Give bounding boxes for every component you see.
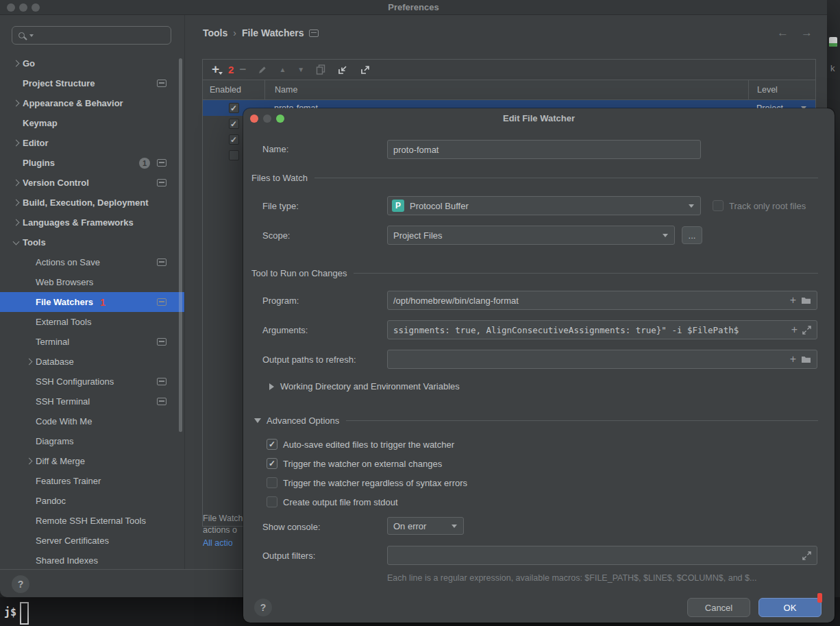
breadcrumb-tools[interactable]: Tools	[203, 27, 227, 38]
move-down-button[interactable]: ▼	[297, 67, 304, 73]
sidebar-item-code-with-me[interactable]: Code With Me	[0, 411, 184, 431]
program-field[interactable]	[388, 296, 790, 306]
chevron-right-icon[interactable]	[26, 458, 33, 465]
track-root-option[interactable]: Track only root files	[713, 200, 835, 211]
sidebar-item-diff-merge[interactable]: Diff & Merge	[0, 451, 184, 471]
search-box[interactable]	[12, 26, 171, 45]
column-header-enabled[interactable]: Enabled	[203, 85, 264, 95]
folder-icon[interactable]	[801, 296, 811, 304]
forward-button[interactable]: →	[801, 26, 813, 40]
option-checkbox[interactable]: ✓	[267, 458, 277, 469]
show-console-select[interactable]: On error	[387, 517, 464, 535]
sidebar-item-remote-ssh-external-tools[interactable]: Remote SSH External Tools	[0, 511, 184, 531]
sidebar-item-project-structure[interactable]: Project Structure	[0, 73, 184, 93]
ok-button[interactable]: OK	[758, 598, 822, 617]
search-options-caret-icon[interactable]	[29, 34, 34, 37]
option-label: Create output file from stdout	[283, 497, 398, 507]
duplicate-button[interactable]	[316, 64, 325, 75]
enabled-checkbox[interactable]: ✓	[229, 103, 239, 113]
column-header-level[interactable]: Level	[748, 80, 815, 99]
remove-button[interactable]: −	[239, 64, 246, 75]
sidebar-item-label: Editor	[23, 138, 49, 148]
insert-macro-icon[interactable]: +	[790, 295, 796, 306]
option-checkbox[interactable]	[267, 477, 277, 488]
search-input[interactable]	[36, 30, 171, 40]
sidebar-item-pandoc[interactable]: Pandoc	[0, 491, 184, 511]
output-filters-field[interactable]	[388, 551, 802, 561]
scope-label: Scope:	[262, 230, 290, 241]
triangle-down-icon	[254, 418, 261, 423]
sidebar-item-build-execution-deployment[interactable]: Build, Execution, Deployment	[0, 193, 184, 213]
cancel-button[interactable]: Cancel	[687, 598, 750, 617]
sidebar-item-file-watchers[interactable]: File Watchers1	[0, 292, 184, 312]
arguments-field[interactable]	[388, 325, 791, 335]
option-row[interactable]: ✓ Auto-save edited files to trigger the …	[267, 435, 835, 454]
folder-icon[interactable]	[801, 355, 811, 363]
sidebar-item-appearance-behavior[interactable]: Appearance & Behavior	[0, 93, 184, 113]
scope-browse-button[interactable]: ...	[682, 226, 702, 244]
section-label: Tool to Run on Changes	[251, 268, 347, 278]
edit-button[interactable]	[258, 65, 267, 75]
sidebar-item-diagrams[interactable]: Diagrams	[0, 431, 184, 451]
option-checkbox[interactable]: ✓	[267, 439, 277, 450]
chevron-down-icon[interactable]	[13, 238, 20, 245]
option-row[interactable]: Create output file from stdout	[267, 492, 835, 511]
chevron-right-icon[interactable]	[13, 60, 20, 67]
move-up-button[interactable]: ▲	[279, 67, 286, 73]
scope-select[interactable]: Project Files	[387, 226, 675, 245]
sidebar-item-external-tools[interactable]: External Tools	[0, 312, 184, 332]
sidebar-item-version-control[interactable]: Version Control	[0, 173, 184, 193]
chevron-right-icon[interactable]	[13, 200, 20, 206]
sidebar-item-database[interactable]: Database	[0, 352, 184, 372]
chevron-right-icon[interactable]	[13, 219, 20, 226]
dialog-help-button[interactable]: ?	[254, 599, 272, 616]
sidebar-item-label: Plugins	[23, 158, 55, 168]
enabled-checkbox[interactable]: ✓	[229, 119, 239, 129]
add-button[interactable]: +	[212, 62, 219, 75]
enabled-checkbox[interactable]	[229, 150, 239, 160]
export-watchers-button[interactable]	[360, 64, 371, 75]
sidebar-item-tools[interactable]: Tools	[0, 232, 184, 252]
enabled-checkbox[interactable]: ✓	[229, 134, 239, 145]
sidebar-item-go[interactable]: Go	[0, 53, 184, 73]
sidebar-item-ssh-terminal[interactable]: SSH Terminal	[0, 392, 184, 411]
import-watchers-button[interactable]	[337, 64, 348, 75]
sidebar-item-plugins[interactable]: Plugins1	[0, 153, 184, 173]
sidebar-item-features-trainer[interactable]: Features Trainer	[0, 471, 184, 491]
watchers-description: File Watch actions o	[203, 513, 245, 536]
settings-sidebar: Go Project Structure Appearance & Behavi…	[0, 15, 185, 569]
chevron-right-icon[interactable]	[26, 359, 33, 365]
sidebar-item-keymap[interactable]: Keymap	[0, 113, 184, 133]
insert-macro-icon[interactable]: +	[791, 324, 798, 335]
expand-field-icon[interactable]	[802, 326, 811, 335]
chevron-right-icon[interactable]	[13, 180, 20, 186]
sidebar-item-terminal[interactable]: Terminal	[0, 332, 184, 352]
expand-field-icon[interactable]	[802, 551, 811, 560]
chevron-right-icon[interactable]	[13, 100, 20, 107]
sidebar-scrollbar[interactable]	[179, 58, 182, 432]
breadcrumb-file-watchers[interactable]: File Watchers	[242, 27, 304, 38]
sidebar-item-languages-frameworks[interactable]: Languages & Frameworks	[0, 213, 184, 232]
file-type-select[interactable]: P Protocol Buffer	[387, 196, 701, 215]
settings-icon	[309, 29, 319, 37]
option-checkbox[interactable]	[267, 496, 277, 507]
all-actions-link[interactable]: All actio	[203, 538, 245, 548]
sidebar-item-server-certificates[interactable]: Server Certificates	[0, 531, 184, 551]
help-button[interactable]: ?	[12, 575, 29, 593]
track-root-checkbox[interactable]	[713, 200, 724, 211]
back-button[interactable]: ←	[777, 26, 789, 40]
insert-macro-icon[interactable]: +	[790, 354, 796, 365]
working-directory-toggle[interactable]: Working Directory and Environment Variab…	[269, 381, 835, 392]
output-paths-field[interactable]	[388, 354, 790, 365]
column-header-name[interactable]: Name	[264, 80, 748, 99]
sidebar-item-shared-indexes[interactable]: Shared Indexes	[0, 551, 184, 569]
sidebar-item-actions-on-save[interactable]: Actions on Save	[0, 252, 184, 272]
sidebar-item-editor[interactable]: Editor	[0, 133, 184, 153]
advanced-options-toggle[interactable]: Advanced Options	[254, 416, 818, 426]
name-field[interactable]	[388, 145, 700, 155]
sidebar-item-web-browsers[interactable]: Web Browsers	[0, 272, 184, 292]
sidebar-item-ssh-configurations[interactable]: SSH Configurations	[0, 372, 184, 392]
chevron-right-icon[interactable]	[13, 140, 20, 147]
option-row[interactable]: Trigger the watcher regardless of syntax…	[267, 473, 835, 492]
option-row[interactable]: ✓ Trigger the watcher on external change…	[267, 454, 835, 473]
